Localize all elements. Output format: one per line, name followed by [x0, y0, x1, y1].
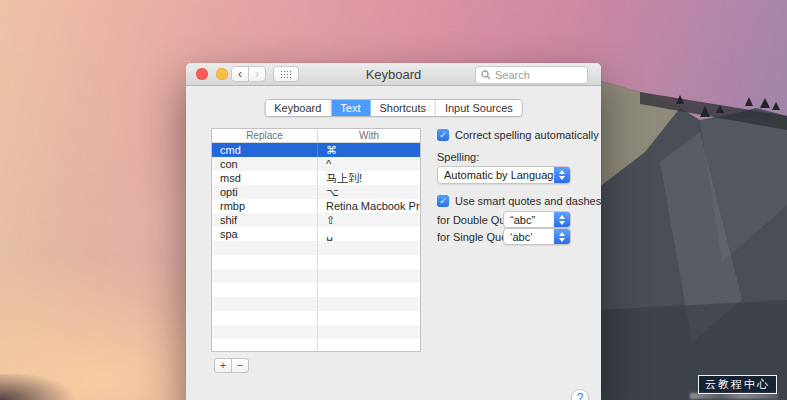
correct-spelling-checkbox[interactable]: ✓ — [437, 129, 449, 141]
table-row[interactable]: opti⌥ — [212, 185, 420, 199]
cell-with: 马上到! — [318, 171, 420, 185]
single-quotes-dropdown[interactable]: ‘abc’ — [503, 228, 571, 245]
cell-replace: shif — [212, 213, 318, 227]
spelling-section-label: Spelling: — [437, 151, 479, 163]
tab-bar: KeyboardTextShortcutsInput Sources — [264, 99, 523, 117]
stepper-icon — [554, 167, 570, 183]
tab-shortcuts[interactable]: Shortcuts — [370, 100, 435, 116]
cell-replace — [212, 255, 318, 269]
table-row[interactable]: shif⇧ — [212, 213, 420, 227]
search-input[interactable]: Search — [475, 66, 588, 84]
cell-replace: rmbp — [212, 199, 318, 213]
table-row-empty[interactable] — [212, 241, 420, 255]
desktop: ‹ › Keyboard Search KeyboardTextShortcut… — [0, 0, 787, 400]
cell-with — [318, 255, 420, 269]
list-controls: + − — [214, 358, 249, 373]
cell-replace — [212, 311, 318, 325]
cell-replace: con — [212, 157, 318, 171]
cell-replace: cmd — [212, 143, 318, 157]
cell-with: ^ — [318, 157, 420, 171]
table-row-empty[interactable] — [212, 297, 420, 311]
table-row[interactable]: msd马上到! — [212, 171, 420, 185]
tab-input-sources[interactable]: Input Sources — [436, 100, 522, 116]
table-row-empty[interactable] — [212, 283, 420, 297]
cell-with — [318, 311, 420, 325]
column-header-with[interactable]: With — [318, 129, 420, 142]
cell-with — [318, 325, 420, 339]
cell-with: ⌥ — [318, 185, 420, 199]
cell-with: ␣ — [318, 227, 420, 241]
spelling-dropdown[interactable]: Automatic by Language — [437, 166, 571, 184]
table-row[interactable]: cmd⌘ — [212, 143, 420, 157]
table-row-empty[interactable] — [212, 255, 420, 269]
foreground-silhouette — [0, 374, 90, 400]
search-placeholder: Search — [495, 69, 530, 81]
cell-replace — [212, 283, 318, 297]
tab-text[interactable]: Text — [331, 100, 370, 116]
cell-with — [318, 339, 420, 352]
table-row[interactable]: con^ — [212, 157, 420, 171]
cell-with — [318, 297, 420, 311]
smart-quotes-checkbox[interactable]: ✓ — [437, 195, 449, 207]
stepper-icon — [554, 212, 570, 227]
watermark-subtext-blur — [690, 393, 778, 399]
remove-button[interactable]: − — [231, 358, 249, 373]
cell-replace — [212, 339, 318, 352]
table-header[interactable]: Replace With — [212, 129, 420, 143]
table-row-empty[interactable] — [212, 339, 420, 352]
help-button[interactable]: ? — [571, 389, 589, 400]
double-quotes-value: “abc” — [504, 214, 554, 226]
cell-replace: opti — [212, 185, 318, 199]
tab-keyboard[interactable]: Keyboard — [265, 100, 331, 116]
search-icon — [481, 70, 491, 80]
cell-replace — [212, 297, 318, 311]
table-row-empty[interactable] — [212, 311, 420, 325]
column-header-replace[interactable]: Replace — [212, 129, 318, 142]
cell-replace — [212, 269, 318, 283]
watermark-badge: 云教程中心 — [698, 375, 777, 394]
single-quotes-value: ‘abc’ — [504, 231, 554, 243]
cell-with: Retina Macbook Pro — [318, 199, 420, 213]
cell-with — [318, 283, 420, 297]
titlebar[interactable]: ‹ › Keyboard Search — [186, 63, 601, 86]
table-row[interactable]: rmbpRetina Macbook Pro — [212, 199, 420, 213]
cell-with — [318, 241, 420, 255]
cell-with: ⌘ — [318, 143, 420, 157]
add-button[interactable]: + — [214, 358, 232, 373]
stepper-icon — [554, 229, 570, 244]
cell-replace — [212, 325, 318, 339]
smart-quotes-label: Use smart quotes and dashes — [455, 195, 601, 207]
cell-with — [318, 269, 420, 283]
cell-replace: msd — [212, 171, 318, 185]
table-row-empty[interactable] — [212, 325, 420, 339]
cell-with: ⇧ — [318, 213, 420, 227]
smart-quotes-row: ✓ Use smart quotes and dashes — [437, 195, 601, 207]
cell-replace: spa — [212, 227, 318, 241]
correct-spelling-label: Correct spelling automatically — [455, 129, 599, 141]
table-row-empty[interactable] — [212, 269, 420, 283]
replacements-table[interactable]: Replace With cmd⌘con^msd马上到!opti⌥rmbpRet… — [211, 128, 421, 352]
cell-replace — [212, 241, 318, 255]
double-quotes-dropdown[interactable]: “abc” — [503, 211, 571, 228]
correct-spelling-row: ✓ Correct spelling automatically — [437, 129, 599, 141]
keyboard-preferences-window: ‹ › Keyboard Search KeyboardTextShortcut… — [186, 63, 601, 400]
table-body: cmd⌘con^msd马上到!opti⌥rmbpRetina Macbook P… — [212, 143, 420, 352]
spelling-dropdown-value: Automatic by Language — [438, 169, 554, 181]
table-row[interactable]: spa␣ — [212, 227, 420, 241]
